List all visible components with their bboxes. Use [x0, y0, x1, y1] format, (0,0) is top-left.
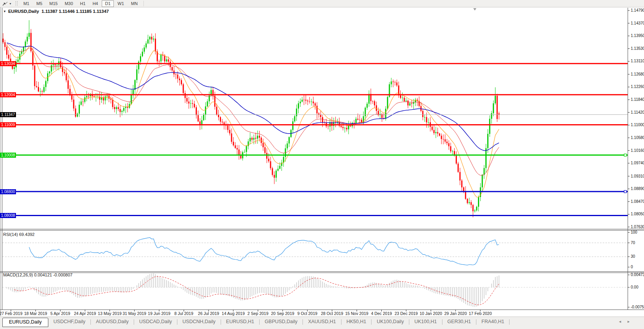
toolbar-separator [143, 1, 144, 6]
tab-fra40-h1[interactable]: FRA40,H1 [476, 318, 509, 326]
candlesticks [3, 20, 500, 217]
toolbar-grip[interactable] [16, 1, 18, 6]
chart-shift[interactable] [473, 8, 476, 11]
tab-uk100-h1[interactable]: UK100,H1 [409, 318, 442, 326]
tab-xauusd-h1[interactable]: XAUUSD,H1 [303, 318, 341, 326]
timeframe-button-m30[interactable]: M30 [62, 0, 76, 7]
rsi-line [29, 238, 499, 265]
tab-usdcad-daily[interactable]: USDCAD,Daily [134, 318, 177, 326]
tab-eurusd-daily[interactable]: EURUSD,Daily [2, 318, 48, 327]
timeframe-button-mn[interactable]: MN [128, 0, 141, 7]
timeframe-button-d1[interactable]: D1 [102, 0, 113, 7]
ma-line-3 [7, 43, 499, 151]
rsi-level-lines [2, 243, 628, 257]
tab-usdcnh-daily[interactable]: USDCNH,Daily [177, 318, 221, 326]
symbol-tab-bar: EURUSD,DailyUSDCHF,DailyAUDUSD,DailyUSDC… [0, 317, 644, 329]
tab-ger30-h1[interactable]: GER30,H1 [442, 318, 476, 326]
chart-canvas [0, 0, 644, 317]
hline-handle[interactable] [624, 154, 626, 156]
ma-line-1 [7, 45, 499, 197]
tab-eurusd-h1[interactable]: EURUSD,H1 [221, 318, 259, 326]
tab-usdchf-daily[interactable]: USDCHF,Daily [48, 318, 90, 326]
horizontal-level-lines[interactable] [2, 63, 628, 215]
macd-histogram [7, 273, 499, 307]
timeframe-button-m5[interactable]: M5 [33, 0, 45, 7]
tab-scroll-right-icon[interactable]: ► [627, 320, 630, 324]
tab-scroll-left-icon[interactable]: ◄ [618, 320, 622, 324]
timeframe-button-m1[interactable]: M1 [20, 0, 32, 7]
tab-hk50-h1[interactable]: HK50,H1 [341, 318, 372, 326]
tab-gbpusd-daily[interactable]: GBPUSD,Daily [260, 318, 303, 326]
timeframe-button-w1[interactable]: W1 [115, 0, 127, 7]
timeframe-button-h4[interactable]: H4 [89, 0, 101, 7]
macd-signal-line [14, 276, 499, 305]
y-axis-ticks [628, 11, 630, 307]
tab-audusd-daily[interactable]: AUDUSD,Daily [91, 318, 134, 326]
tabs-holder: EURUSD,DailyUSDCHF,DailyAUDUSD,DailyUSDC… [0, 317, 510, 327]
timeframe-buttons: M1M5M15M30H1H4D1W1MN [20, 0, 141, 7]
tab-uk100-daily[interactable]: UK100,Daily [372, 318, 409, 326]
timeframe-toolbar: ▼ M1M5M15M30H1H4D1W1MN [0, 0, 644, 7]
trading-terminal-window: { "toolbar": { "dropdown_icon": "▼", "ti… [0, 0, 644, 329]
chevron-down-icon[interactable]: ▼ [9, 2, 12, 5]
timeframe-button-m15[interactable]: M15 [46, 0, 61, 7]
timeframe-button-h1[interactable]: H1 [77, 0, 88, 7]
chart-mode-icon[interactable] [2, 1, 9, 6]
hline-handle[interactable] [624, 190, 626, 193]
tab-separator [509, 319, 510, 325]
x-axis-ticks [11, 310, 480, 312]
pane-borders [0, 7, 644, 317]
chart-shift-marker[interactable] [473, 8, 476, 11]
